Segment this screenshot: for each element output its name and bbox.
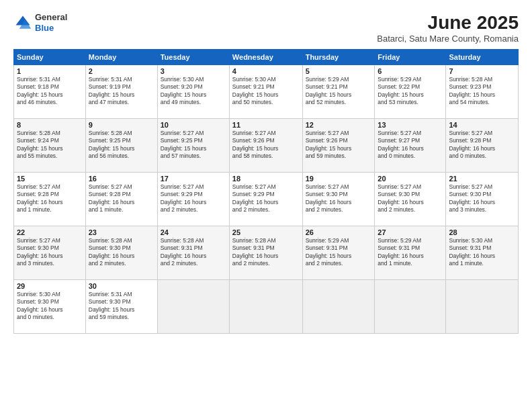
day-number: 26 xyxy=(306,228,372,236)
day-info: Sunrise: 5:27 AM Sunset: 9:29 PM Dayligh… xyxy=(232,183,300,214)
day-info: Sunrise: 5:30 AM Sunset: 9:21 PM Dayligh… xyxy=(232,76,300,107)
day-number: 15 xyxy=(17,175,83,183)
day-number: 24 xyxy=(161,228,226,236)
logo: General Blue xyxy=(13,12,67,33)
day-info: Sunrise: 5:31 AM Sunset: 9:19 PM Dayligh… xyxy=(89,76,154,107)
logo-text: General Blue xyxy=(35,12,67,33)
title-block: June 2025 Batarci, Satu Mare County, Rom… xyxy=(377,12,519,44)
day-info: Sunrise: 5:27 AM Sunset: 9:27 PM Dayligh… xyxy=(378,130,443,161)
col-saturday: Saturday xyxy=(446,50,519,65)
day-number: 1 xyxy=(17,67,83,75)
page: General Blue June 2025 Batarci, Satu Mar… xyxy=(0,0,532,411)
col-wednesday: Wednesday xyxy=(229,50,302,65)
table-row: 22Sunrise: 5:27 AM Sunset: 9:30 PM Dayli… xyxy=(14,226,86,280)
day-info: Sunrise: 5:28 AM Sunset: 9:23 PM Dayligh… xyxy=(449,76,515,107)
table-row: 9Sunrise: 5:28 AM Sunset: 9:25 PM Daylig… xyxy=(85,119,157,173)
table-row xyxy=(302,280,375,334)
day-info: Sunrise: 5:27 AM Sunset: 9:30 PM Dayligh… xyxy=(378,183,443,214)
table-row: 13Sunrise: 5:27 AM Sunset: 9:27 PM Dayli… xyxy=(375,119,446,173)
day-info: Sunrise: 5:30 AM Sunset: 9:20 PM Dayligh… xyxy=(161,76,226,107)
day-info: Sunrise: 5:27 AM Sunset: 9:30 PM Dayligh… xyxy=(449,183,515,214)
col-sunday: Sunday xyxy=(14,50,86,65)
table-row: 27Sunrise: 5:29 AM Sunset: 9:31 PM Dayli… xyxy=(375,226,446,280)
day-info: Sunrise: 5:27 AM Sunset: 9:26 PM Dayligh… xyxy=(232,130,300,161)
calendar-table: Sunday Monday Tuesday Wednesday Thursday… xyxy=(13,49,519,334)
day-number: 29 xyxy=(17,282,83,290)
table-row: 5Sunrise: 5:29 AM Sunset: 9:21 PM Daylig… xyxy=(302,65,375,119)
table-row: 26Sunrise: 5:29 AM Sunset: 9:31 PM Dayli… xyxy=(302,226,375,280)
day-info: Sunrise: 5:28 AM Sunset: 9:30 PM Dayligh… xyxy=(89,237,154,268)
table-row: 16Sunrise: 5:27 AM Sunset: 9:28 PM Dayli… xyxy=(85,173,157,226)
calendar-week-row-1: 1Sunrise: 5:31 AM Sunset: 9:18 PM Daylig… xyxy=(14,65,519,119)
day-number: 2 xyxy=(89,67,154,75)
day-number: 11 xyxy=(232,121,300,129)
day-number: 21 xyxy=(449,175,515,183)
day-number: 4 xyxy=(232,67,300,75)
table-row xyxy=(157,280,229,334)
day-number: 23 xyxy=(89,228,154,236)
col-tuesday: Tuesday xyxy=(157,50,229,65)
day-number: 10 xyxy=(161,121,226,129)
day-info: Sunrise: 5:29 AM Sunset: 9:31 PM Dayligh… xyxy=(306,237,372,268)
table-row: 12Sunrise: 5:27 AM Sunset: 9:26 PM Dayli… xyxy=(302,119,375,173)
table-row: 30Sunrise: 5:31 AM Sunset: 9:30 PM Dayli… xyxy=(85,280,157,334)
table-row: 7Sunrise: 5:28 AM Sunset: 9:23 PM Daylig… xyxy=(446,65,519,119)
day-info: Sunrise: 5:29 AM Sunset: 9:22 PM Dayligh… xyxy=(378,76,443,107)
table-row: 18Sunrise: 5:27 AM Sunset: 9:29 PM Dayli… xyxy=(229,173,302,226)
day-info: Sunrise: 5:27 AM Sunset: 9:28 PM Dayligh… xyxy=(89,183,154,214)
day-info: Sunrise: 5:28 AM Sunset: 9:24 PM Dayligh… xyxy=(17,130,83,161)
day-info: Sunrise: 5:28 AM Sunset: 9:31 PM Dayligh… xyxy=(161,237,226,268)
calendar-week-row-5: 29Sunrise: 5:30 AM Sunset: 9:30 PM Dayli… xyxy=(14,280,519,334)
day-number: 8 xyxy=(17,121,83,129)
table-row: 8Sunrise: 5:28 AM Sunset: 9:24 PM Daylig… xyxy=(14,119,86,173)
day-number: 20 xyxy=(378,175,443,183)
day-number: 9 xyxy=(89,121,154,129)
table-row: 4Sunrise: 5:30 AM Sunset: 9:21 PM Daylig… xyxy=(229,65,302,119)
day-number: 17 xyxy=(161,175,226,183)
logo-general: General xyxy=(35,12,67,22)
col-thursday: Thursday xyxy=(302,50,375,65)
day-info: Sunrise: 5:27 AM Sunset: 9:28 PM Dayligh… xyxy=(17,183,83,214)
day-number: 13 xyxy=(378,121,443,129)
day-info: Sunrise: 5:27 AM Sunset: 9:25 PM Dayligh… xyxy=(161,130,226,161)
day-info: Sunrise: 5:28 AM Sunset: 9:31 PM Dayligh… xyxy=(232,237,300,268)
table-row xyxy=(229,280,302,334)
table-row: 11Sunrise: 5:27 AM Sunset: 9:26 PM Dayli… xyxy=(229,119,302,173)
day-info: Sunrise: 5:27 AM Sunset: 9:29 PM Dayligh… xyxy=(161,183,226,214)
day-info: Sunrise: 5:30 AM Sunset: 9:30 PM Dayligh… xyxy=(17,291,83,322)
logo-blue: Blue xyxy=(35,23,54,33)
table-row: 1Sunrise: 5:31 AM Sunset: 9:18 PM Daylig… xyxy=(14,65,86,119)
day-number: 6 xyxy=(378,67,443,75)
calendar-week-row-2: 8Sunrise: 5:28 AM Sunset: 9:24 PM Daylig… xyxy=(14,119,519,173)
day-info: Sunrise: 5:31 AM Sunset: 9:30 PM Dayligh… xyxy=(89,291,154,322)
table-row: 15Sunrise: 5:27 AM Sunset: 9:28 PM Dayli… xyxy=(14,173,86,226)
day-number: 3 xyxy=(161,67,226,75)
day-number: 28 xyxy=(449,228,515,236)
location-subtitle: Batarci, Satu Mare County, Romania xyxy=(377,34,519,44)
day-info: Sunrise: 5:30 AM Sunset: 9:31 PM Dayligh… xyxy=(449,237,515,268)
day-number: 5 xyxy=(306,67,372,75)
day-number: 25 xyxy=(232,228,300,236)
day-number: 19 xyxy=(306,175,372,183)
col-friday: Friday xyxy=(375,50,446,65)
day-info: Sunrise: 5:27 AM Sunset: 9:30 PM Dayligh… xyxy=(306,183,372,214)
calendar-week-row-4: 22Sunrise: 5:27 AM Sunset: 9:30 PM Dayli… xyxy=(14,226,519,280)
table-row: 20Sunrise: 5:27 AM Sunset: 9:30 PM Dayli… xyxy=(375,173,446,226)
table-row: 17Sunrise: 5:27 AM Sunset: 9:29 PM Dayli… xyxy=(157,173,229,226)
table-row: 25Sunrise: 5:28 AM Sunset: 9:31 PM Dayli… xyxy=(229,226,302,280)
day-info: Sunrise: 5:28 AM Sunset: 9:25 PM Dayligh… xyxy=(89,130,154,161)
day-number: 16 xyxy=(89,175,154,183)
day-number: 22 xyxy=(17,228,83,236)
table-row xyxy=(375,280,446,334)
table-row: 10Sunrise: 5:27 AM Sunset: 9:25 PM Dayli… xyxy=(157,119,229,173)
day-number: 18 xyxy=(232,175,300,183)
day-number: 12 xyxy=(306,121,372,129)
day-info: Sunrise: 5:29 AM Sunset: 9:31 PM Dayligh… xyxy=(378,237,443,268)
table-row: 14Sunrise: 5:27 AM Sunset: 9:28 PM Dayli… xyxy=(446,119,519,173)
table-row: 2Sunrise: 5:31 AM Sunset: 9:19 PM Daylig… xyxy=(85,65,157,119)
col-monday: Monday xyxy=(85,50,157,65)
table-row: 23Sunrise: 5:28 AM Sunset: 9:30 PM Dayli… xyxy=(85,226,157,280)
day-info: Sunrise: 5:27 AM Sunset: 9:30 PM Dayligh… xyxy=(17,237,83,268)
table-row: 19Sunrise: 5:27 AM Sunset: 9:30 PM Dayli… xyxy=(302,173,375,226)
day-number: 14 xyxy=(449,121,515,129)
